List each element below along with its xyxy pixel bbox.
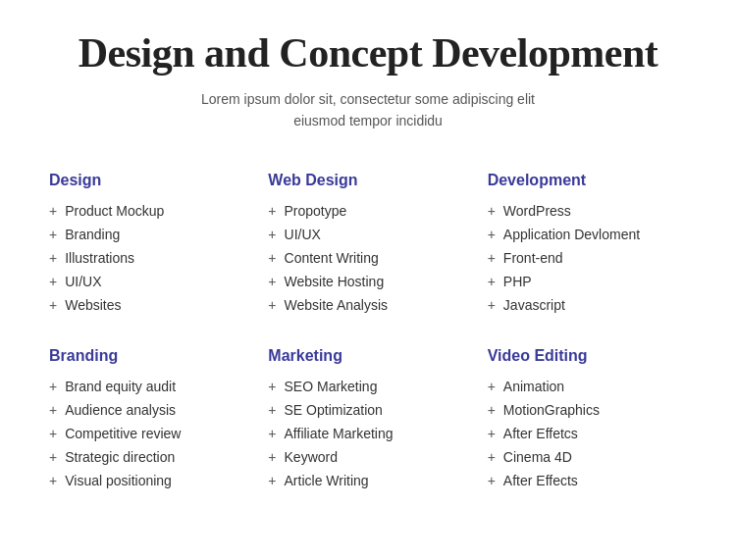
plus-icon: + (49, 379, 57, 394)
list-item: +Article Writing (268, 473, 467, 488)
list-item-label: Audience analysis (65, 402, 176, 418)
list-item: +UI/UX (268, 227, 467, 242)
subtitle-line1: Lorem ipsum dolor sit, consectetur some … (201, 91, 535, 107)
plus-icon: + (268, 473, 276, 488)
plus-icon: + (49, 250, 57, 266)
list-item-label: Strategic direction (65, 449, 175, 465)
plus-icon: + (488, 426, 496, 441)
list-item-label: Cinema 4D (503, 449, 572, 465)
list-item-label: Animation (503, 379, 564, 394)
categories-grid: Design+Product Mockup+Branding+Illustrat… (49, 172, 687, 488)
list-item-label: Content Writing (285, 250, 379, 266)
category-title-design: Design (49, 172, 248, 189)
list-item-label: Visual positioning (65, 473, 172, 488)
plus-icon: + (268, 250, 276, 266)
list-item: +PHP (488, 274, 687, 289)
list-item-label: SEO Marketing (285, 379, 378, 394)
page-title: Design and Concept Development (49, 29, 687, 76)
plus-icon: + (488, 379, 496, 394)
list-item-label: Illustrations (65, 250, 134, 266)
plus-icon: + (268, 297, 276, 313)
plus-icon: + (49, 402, 57, 418)
plus-icon: + (488, 227, 496, 242)
list-item-label: PHP (503, 274, 532, 289)
list-item-label: SE Optimization (285, 402, 383, 418)
plus-icon: + (268, 449, 276, 465)
list-item-label: After Effects (503, 473, 578, 488)
list-item: +Cinema 4D (488, 449, 687, 465)
category-title-web-design: Web Design (268, 172, 467, 189)
list-item: +Visual positioning (49, 473, 248, 488)
list-item-label: MotionGraphics (503, 402, 600, 418)
category-items-design: +Product Mockup+Branding+Illustrations+U… (49, 203, 248, 313)
subtitle-line2: eiusmod tempor incididu (293, 113, 443, 128)
plus-icon: + (488, 449, 496, 465)
list-item-label: Keyword (285, 449, 338, 465)
plus-icon: + (488, 250, 496, 266)
plus-icon: + (268, 227, 276, 242)
category-title-development: Development (488, 172, 687, 189)
category-title-branding: Branding (49, 347, 248, 365)
plus-icon: + (268, 426, 276, 441)
list-item: +Content Writing (268, 250, 467, 266)
list-item-label: Websites (65, 297, 121, 313)
list-item: +After Effects (488, 473, 687, 488)
list-item: +WordPress (488, 203, 687, 219)
category-marketing: Marketing+SEO Marketing+SE Optimization+… (268, 347, 467, 488)
plus-icon: + (488, 203, 496, 219)
plus-icon: + (49, 203, 57, 219)
plus-icon: + (488, 402, 496, 418)
category-development: Development+WordPress+Application Devlom… (488, 172, 687, 313)
list-item-label: After Effetcs (503, 426, 578, 441)
list-item: +Website Hosting (268, 274, 467, 289)
list-item-label: Brand equity audit (65, 379, 176, 394)
list-item-label: Application Devloment (503, 227, 640, 242)
list-item-label: UI/UX (65, 274, 101, 289)
plus-icon: + (268, 203, 276, 219)
list-item-label: UI/UX (285, 227, 321, 242)
list-item-label: Website Hosting (285, 274, 385, 289)
plus-icon: + (488, 274, 496, 289)
list-item: +Application Devloment (488, 227, 687, 242)
plus-icon: + (49, 449, 57, 465)
plus-icon: + (49, 227, 57, 242)
list-item: +Audience analysis (49, 402, 248, 418)
plus-icon: + (268, 379, 276, 394)
list-item-label: Affiliate Marketing (285, 426, 394, 441)
list-item: +UI/UX (49, 274, 248, 289)
category-items-branding: +Brand equity audit+Audience analysis+Co… (49, 379, 248, 488)
list-item: +Websites (49, 297, 248, 313)
category-items-web-design: +Propotype+UI/UX+Content Writing+Website… (268, 203, 467, 313)
list-item-label: Competitive review (65, 426, 181, 441)
plus-icon: + (49, 274, 57, 289)
category-title-marketing: Marketing (268, 347, 467, 365)
plus-icon: + (49, 426, 57, 441)
list-item: +Competitive review (49, 426, 248, 441)
list-item-label: Website Analysis (285, 297, 389, 313)
list-item: +Front-end (488, 250, 687, 266)
category-items-marketing: +SEO Marketing+SE Optimization+Affiliate… (268, 379, 467, 488)
list-item: +SE Optimization (268, 402, 467, 418)
category-video-editing: Video Editing+Animation+MotionGraphics+A… (488, 347, 687, 488)
list-item: +Branding (49, 227, 248, 242)
list-item-label: Product Mockup (65, 203, 164, 219)
list-item: +Animation (488, 379, 687, 394)
plus-icon: + (488, 473, 496, 488)
list-item: +SEO Marketing (268, 379, 467, 394)
category-items-video-editing: +Animation+MotionGraphics+After Effetcs+… (488, 379, 687, 488)
list-item: +Illustrations (49, 250, 248, 266)
list-item: +Affiliate Marketing (268, 426, 467, 441)
plus-icon: + (49, 473, 57, 488)
list-item: +Javascript (488, 297, 687, 313)
list-item-label: Branding (65, 227, 120, 242)
list-item-label: WordPress (503, 203, 571, 219)
plus-icon: + (268, 402, 276, 418)
list-item-label: Javascript (503, 297, 565, 313)
list-item: +MotionGraphics (488, 402, 687, 418)
page-subtitle: Lorem ipsum dolor sit, consectetur some … (49, 88, 687, 132)
plus-icon: + (268, 274, 276, 289)
list-item: +After Effetcs (488, 426, 687, 441)
category-branding: Branding+Brand equity audit+Audience ana… (49, 347, 248, 488)
category-items-development: +WordPress+Application Devloment+Front-e… (488, 203, 687, 313)
list-item: +Website Analysis (268, 297, 467, 313)
